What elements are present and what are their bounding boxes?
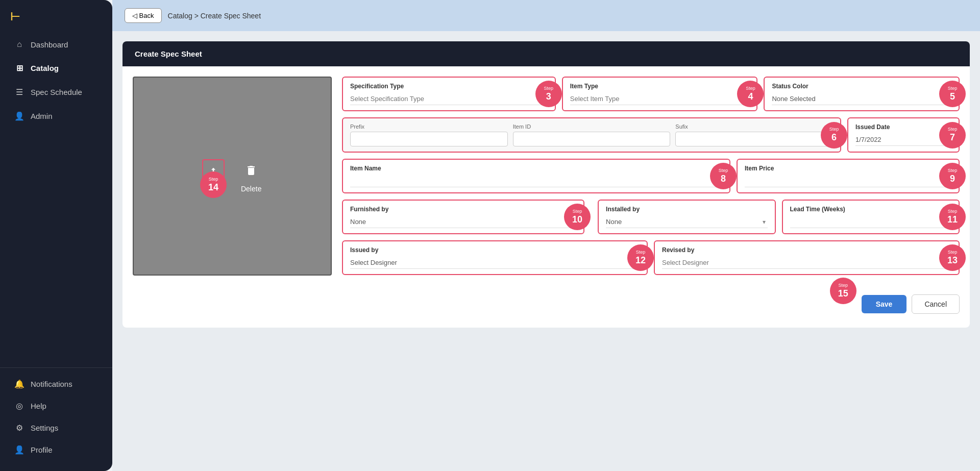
cancel-button[interactable]: Cancel [912,294,960,314]
item-price-group: Item Price Step 9 [737,159,960,193]
sidebar-item-catalog[interactable]: ⊞ Catalog [4,57,108,79]
item-name-group: Item Name Step 8 [342,159,730,193]
form-footer: Step 15 Save Cancel [122,286,970,328]
form-body: Upload Step 14 [122,66,970,286]
sidebar-item-dashboard[interactable]: ⌂ Dashboard [4,34,108,55]
image-panel: Upload Step 14 [133,77,332,276]
catalog-icon: ⊞ [14,63,24,73]
step-4-badge: Step 4 [737,81,764,107]
item-name-input[interactable] [350,175,722,187]
specification-type-group: Specification Type Step 3 [342,77,556,111]
sidebar: ⊢ ⌂ Dashboard ⊞ Catalog ☰ Spec Schedule … [0,0,112,471]
sidebar-item-settings[interactable]: ⚙ Settings [4,417,108,439]
step-11-badge: Step 11 [939,204,966,230]
step-7-badge: Step 7 [939,122,966,148]
issued-date-value: 1/7/2022 [855,134,951,146]
admin-icon: 👤 [14,111,24,121]
lead-time-label: Lead Time (Weeks) [790,206,951,213]
spec-type-input[interactable] [350,93,548,105]
sidebar-item-profile[interactable]: 👤 Profile [4,439,108,461]
id-row-group: Prefix Item ID Sufix [342,117,841,153]
item-id-input[interactable] [513,132,671,146]
step-10-badge: Step 10 [564,204,591,230]
home-icon: ⌂ [14,40,24,49]
back-button[interactable]: ◁ Back [125,8,162,23]
image-actions: Upload Step 14 [202,159,262,193]
spec-type-label: Specification Type [350,83,548,90]
item-price-input[interactable] [745,175,951,187]
furnished-by-group: Furnished by None Step 10 [342,200,584,234]
installed-by-wrapper: None [606,216,767,228]
row-4: Furnished by None Step 10 [342,200,960,234]
furnished-by-label: Furnished by [350,206,576,213]
step-5-badge: Step 5 [939,81,966,107]
item-type-group: Item Type Step 4 [562,77,758,111]
status-color-label: Status Color [772,83,951,90]
suffix-input[interactable] [675,132,833,146]
fields-panel: Specification Type Step 3 Item Type S [332,77,960,276]
form-title: Create Spec Sheet [122,41,970,66]
sidebar-bottom: 🔔 Notifications ◎ Help ⚙ Settings 👤 Prof… [0,367,112,471]
sidebar-item-notifications[interactable]: 🔔 Notifications [4,373,108,395]
step-13-badge: Step 13 [939,244,966,271]
installed-by-select[interactable]: None [606,216,767,228]
step-3-badge: Step 3 [535,81,562,107]
step-8-badge: Step 8 [710,163,737,189]
step-6-badge: Step 6 [821,122,847,148]
suffix-label: Sufix [675,123,833,130]
furnished-by-select[interactable]: None [350,216,576,228]
item-id-field: Item ID [513,123,671,146]
step-9-badge: Step 9 [939,163,966,189]
profile-icon: 👤 [14,445,24,455]
logo: ⊢ [0,0,112,29]
item-id-label: Item ID [513,123,671,130]
form-card: Create Spec Sheet Upload [122,41,970,328]
installed-by-group: Installed by None [598,200,775,234]
row-5: Issued by Select Designer Step 12 [342,240,960,275]
prefix-input[interactable] [350,132,508,146]
suffix-field: Sufix [675,123,833,146]
bell-icon: 🔔 [14,379,24,389]
sidebar-item-admin[interactable]: 👤 Admin [4,105,108,127]
status-color-group: Status Color None Selected Step 5 [764,77,960,111]
prefix-field: Prefix [350,123,508,146]
item-price-label: Item Price [745,165,951,172]
sidebar-item-spec-schedule[interactable]: ☰ Spec Schedule [4,81,108,103]
prefix-label: Prefix [350,123,508,130]
lead-time-input[interactable] [790,216,951,228]
furnished-by-wrapper: None [350,216,576,228]
id-row-inner: Prefix Item ID Sufix [350,123,833,146]
lead-time-group: Lead Time (Weeks) Step 11 [782,200,960,234]
sidebar-nav: ⌂ Dashboard ⊞ Catalog ☰ Spec Schedule 👤 … [0,29,112,367]
sidebar-item-help[interactable]: ◎ Help [4,395,108,417]
step-14-badge: Step 14 [200,171,227,198]
settings-icon: ⚙ [14,423,24,433]
row-3: Item Name Step 8 Item Price Step [342,159,960,193]
issued-date-label: Issued Date [855,123,951,131]
installed-by-label: Installed by [606,206,767,213]
item-type-label: Item Type [570,83,750,90]
issued-by-wrapper: Select Designer [350,257,640,269]
spec-icon: ☰ [14,87,24,97]
step-15-badge: Step 15 [830,278,856,304]
item-name-label: Item Name [350,165,722,172]
issued-by-label: Issued by [350,246,640,254]
issued-date-group: Issued Date 1/7/2022 Step 7 [847,117,960,153]
step-12-badge: Step 12 [627,244,654,271]
revised-by-group: Revised by Step 13 [654,240,960,275]
item-type-input[interactable] [570,93,750,105]
content-area: Create Spec Sheet Upload [112,31,980,471]
issued-by-group: Issued by Select Designer Step 12 [342,240,648,275]
delete-button[interactable]: Delete [240,159,262,193]
breadcrumb: Catalog > Create Spec Sheet [168,12,261,20]
help-icon: ◎ [14,401,24,411]
revised-by-input[interactable] [662,257,951,269]
main-content: ◁ Back Catalog > Create Spec Sheet Creat… [112,0,980,471]
header: ◁ Back Catalog > Create Spec Sheet [112,0,980,31]
issued-by-select[interactable]: Select Designer [350,257,640,269]
row-2: Prefix Item ID Sufix [342,117,960,153]
row-1: Specification Type Step 3 Item Type S [342,77,960,111]
revised-by-label: Revised by [662,246,951,254]
status-color-value: None Selected [772,93,951,105]
save-button[interactable]: Save [862,295,907,313]
